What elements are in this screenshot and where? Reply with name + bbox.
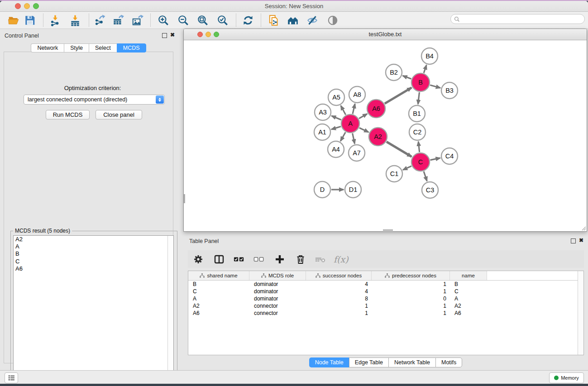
edge-C-C3[interactable] (424, 172, 427, 181)
table-settings-gear-icon[interactable] (192, 253, 204, 265)
table-row[interactable]: A6connector11A6 (188, 310, 583, 317)
table-cell[interactable]: C (188, 288, 249, 295)
mcds-result-item[interactable]: A (14, 243, 173, 250)
export-network-icon[interactable] (93, 14, 106, 27)
edge-A6-B[interactable] (385, 88, 411, 104)
table-cell[interactable]: 1 (372, 288, 450, 295)
tab-edge-table[interactable]: Edge Table (349, 357, 388, 367)
graph-node-A3[interactable]: A3 (315, 104, 331, 120)
maximize-network-button[interactable] (214, 32, 219, 37)
table-cell[interactable]: dominator (249, 288, 306, 295)
table-cell[interactable]: 0 (372, 295, 450, 302)
tab-select[interactable]: Select (89, 43, 117, 52)
graph-node-B3[interactable]: B3 (441, 82, 458, 99)
graph-node-A7[interactable]: A7 (349, 145, 365, 161)
mcds-result-item[interactable]: C (14, 258, 173, 265)
memory-button[interactable]: Memory (549, 372, 584, 383)
export-table-icon[interactable] (112, 14, 124, 27)
zoom-fit-icon[interactable] (196, 14, 209, 27)
graph-node-B2[interactable]: B2 (386, 64, 402, 81)
float-table-panel-icon[interactable] (571, 238, 576, 243)
delete-columns-trash-icon[interactable] (295, 253, 306, 265)
close-panel-button[interactable]: Close panel (96, 110, 142, 119)
duplicate-network-icon[interactable] (268, 14, 280, 27)
edge-B-B3[interactable] (430, 85, 440, 88)
tab-network-table[interactable]: Network Table (388, 357, 435, 367)
table-row[interactable]: Cdominator41C (188, 288, 583, 295)
hide-graphics-details-icon[interactable] (306, 14, 319, 27)
horizontal-scroll-thumb[interactable] (383, 229, 393, 231)
table-cell[interactable]: connector (249, 310, 306, 317)
column-header-successor-nodes[interactable]: successor nodes (306, 271, 372, 280)
table-cell[interactable]: A6 (188, 310, 249, 317)
save-session-icon[interactable] (24, 14, 36, 27)
table-cell[interactable]: 1 (372, 310, 450, 317)
zoom-out-icon[interactable] (177, 14, 190, 27)
column-header-shared-name[interactable]: shared name (188, 271, 249, 280)
column-header-MCDS-role[interactable]: MCDS role (249, 271, 306, 280)
resize-grip-icon[interactable] (581, 226, 586, 231)
graph-node-A1[interactable]: A1 (314, 124, 330, 140)
table-cell[interactable]: A2 (450, 302, 487, 310)
run-mcds-button[interactable]: Run MCDS (46, 110, 90, 119)
graph-node-C[interactable]: C (411, 153, 430, 171)
graph-node-C3[interactable]: C3 (422, 182, 438, 198)
table-cell[interactable]: A (188, 295, 249, 302)
table-scrollbar[interactable] (578, 271, 583, 355)
graph-node-A4[interactable]: A4 (328, 141, 344, 157)
welcome-screen-icon[interactable] (287, 14, 299, 27)
graph-node-C1[interactable]: C1 (386, 166, 402, 182)
tab-motifs[interactable]: Motifs (435, 357, 462, 367)
minimize-network-button[interactable] (206, 32, 211, 37)
edge-B-B1[interactable] (418, 92, 419, 104)
table-cell[interactable]: C (450, 288, 487, 295)
criterion-select[interactable]: largest connected component (directed) (24, 95, 165, 105)
zoom-in-icon[interactable] (157, 14, 170, 27)
edge-C-C2[interactable] (418, 142, 419, 152)
mcds-result-item[interactable]: B (14, 250, 173, 257)
close-network-button[interactable] (197, 32, 203, 37)
vertical-scroll-thumb[interactable] (184, 194, 185, 203)
graph-node-A6[interactable]: A6 (367, 100, 385, 118)
import-network-icon[interactable] (49, 14, 62, 27)
table-cell[interactable]: 1 (372, 281, 450, 288)
graph-node-B1[interactable]: B1 (409, 105, 425, 122)
table-row[interactable]: Bdominator41B (188, 281, 583, 288)
unselect-all-columns-icon[interactable] (253, 253, 265, 265)
tab-mcds[interactable]: MCDS (117, 43, 146, 52)
table-cell[interactable]: A6 (450, 310, 487, 317)
close-table-panel-icon[interactable]: ✖ (579, 238, 583, 243)
table-cell[interactable]: B (188, 281, 249, 288)
table-cell[interactable]: A (450, 295, 487, 302)
graph-node-C2[interactable]: C2 (409, 124, 425, 140)
create-column-plus-icon[interactable] (274, 253, 286, 265)
table-cell[interactable]: dominator (249, 295, 306, 302)
table-row[interactable]: A2connector11A2 (188, 302, 583, 310)
column-header-name[interactable]: name (450, 271, 487, 280)
graph-node-B[interactable]: B (411, 73, 430, 91)
edge-A-A3[interactable] (331, 116, 341, 120)
table-cell[interactable]: B (450, 281, 487, 288)
maximize-window-button[interactable] (33, 3, 39, 9)
minimize-window-button[interactable] (24, 3, 30, 9)
import-table-icon[interactable] (69, 14, 81, 27)
edge-A-A1[interactable] (331, 126, 341, 129)
table-cell[interactable]: 1 (306, 302, 372, 310)
table-cell[interactable]: 1 (306, 310, 372, 317)
network-window-titlebar[interactable]: testGlobe.txt (184, 29, 587, 40)
task-history-button[interactable] (5, 372, 18, 383)
edge-B-B2[interactable] (403, 76, 411, 79)
graph-node-A8[interactable]: A8 (349, 86, 365, 103)
edge-A-A7[interactable] (353, 133, 355, 144)
table-cell[interactable]: connector (249, 302, 306, 310)
table-cell[interactable]: 4 (306, 281, 372, 288)
search-input[interactable] (460, 16, 584, 22)
table-cell[interactable]: dominator (249, 281, 306, 288)
edge-A-A2[interactable] (359, 128, 368, 132)
graph-node-A2[interactable]: A2 (369, 128, 387, 146)
table-row[interactable]: Adominator80A (188, 295, 583, 302)
table-cell[interactable]: 8 (306, 295, 372, 302)
column-header-predecessor-nodes[interactable]: predecessor nodes (372, 271, 450, 280)
graph-node-A[interactable]: A (341, 114, 359, 133)
zoom-selected-icon[interactable] (216, 14, 229, 27)
